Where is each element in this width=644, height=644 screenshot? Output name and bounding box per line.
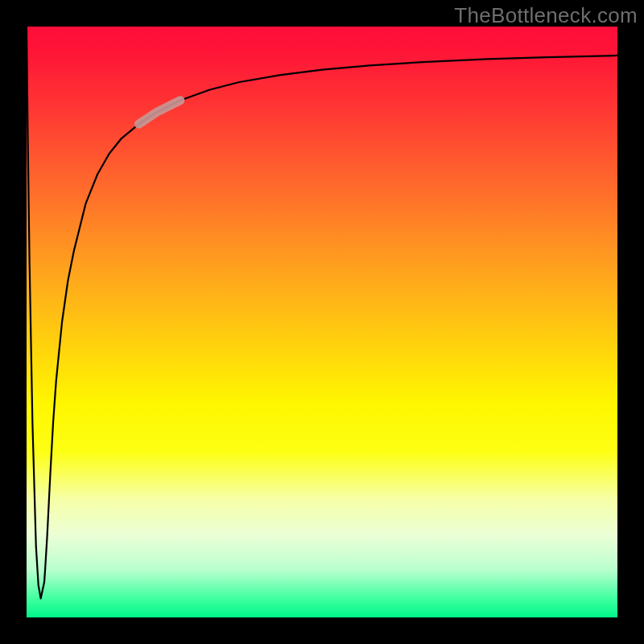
highlight-segment — [138, 101, 180, 124]
curve-svg — [27, 27, 617, 617]
watermark-text: TheBottleneck.com — [454, 3, 638, 28]
bottleneck-curve — [27, 27, 617, 599]
chart-frame: TheBottleneck.com — [0, 0, 644, 644]
plot-area — [27, 27, 617, 617]
